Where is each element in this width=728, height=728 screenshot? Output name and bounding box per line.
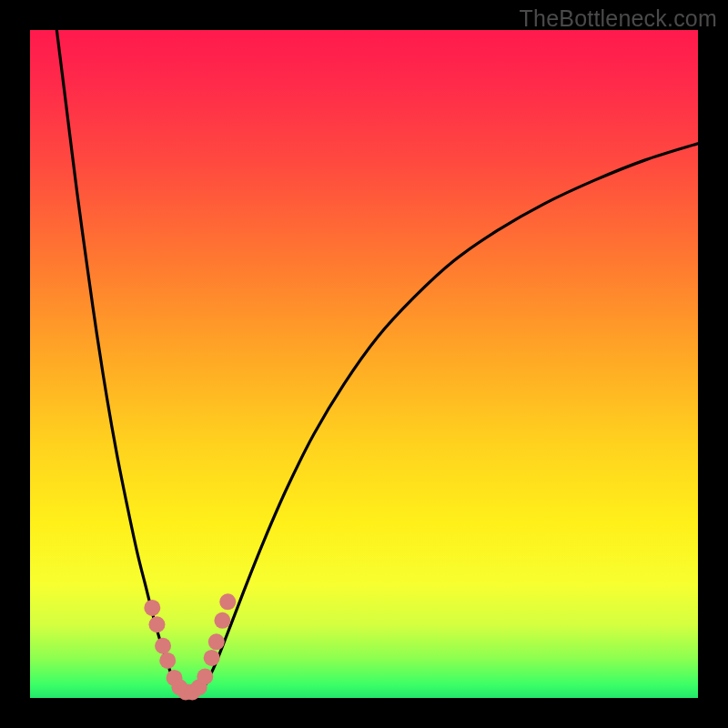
highlight-dot [148, 616, 165, 632]
highlight-dot [214, 612, 230, 629]
highlight-dots-group [144, 593, 236, 700]
watermark-text: TheBottleneck.com [520, 5, 717, 32]
highlight-dot [219, 593, 236, 610]
highlight-dot [159, 652, 176, 669]
highlight-dot [155, 638, 171, 654]
bottleneck-curve [56, 30, 698, 695]
highlight-dot [204, 650, 220, 666]
bottleneck-curve-svg [30, 30, 698, 698]
highlight-dot [197, 669, 213, 685]
highlight-dot [144, 600, 160, 616]
plot-area [30, 30, 698, 698]
highlight-dot [208, 633, 225, 650]
chart-frame: TheBottleneck.com [0, 0, 728, 728]
